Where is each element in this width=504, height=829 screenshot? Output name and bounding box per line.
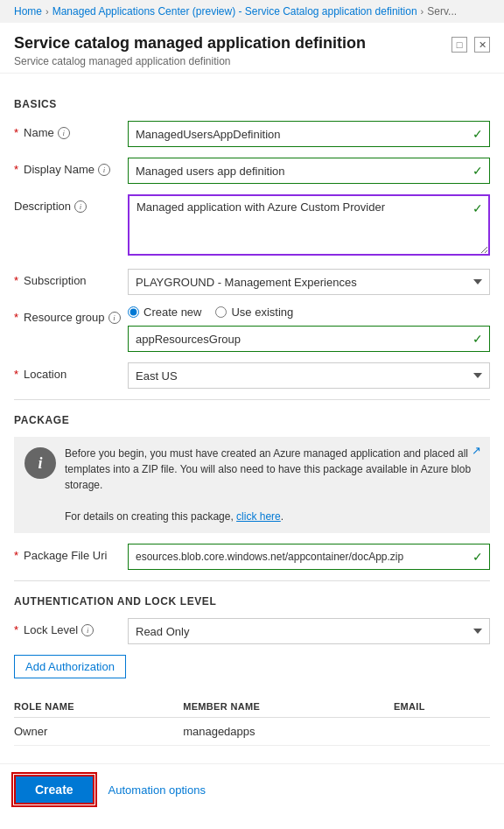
info-box-text: Before you begin, you must have created … <box>65 446 480 524</box>
subscription-select[interactable]: PLAYGROUND - Management Experiences <box>128 269 490 295</box>
automation-options-link[interactable]: Automation options <box>108 783 206 797</box>
lock-level-label-text: Lock Level <box>24 623 78 636</box>
resource-group-label: * Resource group i <box>14 306 128 324</box>
subscription-label-text: Subscription <box>24 274 87 287</box>
display-name-info-icon[interactable]: i <box>98 164 110 176</box>
resource-group-field: Create new Use existing ✓ <box>128 306 490 352</box>
name-input[interactable] <box>128 121 490 147</box>
col-member-name: MEMBER NAME <box>183 696 394 718</box>
description-info-icon[interactable]: i <box>74 200 87 213</box>
auth-table-head: ROLE NAME MEMBER NAME EMAIL <box>14 696 490 718</box>
rg-use-existing-label: Use existing <box>231 306 293 319</box>
minimize-button[interactable]: □ <box>452 37 467 53</box>
breadcrumb-home[interactable]: Home <box>14 5 42 18</box>
create-button[interactable]: Create <box>14 775 94 804</box>
main-content: BASICS * Name i ✓ * Display Name i ✓ <box>0 74 504 756</box>
uri-input-wrapper: ✓ <box>128 544 490 570</box>
description-check-icon: ✓ <box>472 201 483 215</box>
uri-check-icon: ✓ <box>472 550 483 564</box>
window-header: Service catalog managed application defi… <box>0 23 504 74</box>
description-label: Description i <box>14 194 128 213</box>
auth-section-header: AUTHENTICATION AND LOCK LEVEL <box>14 595 490 608</box>
name-row: * Name i ✓ <box>14 121 490 147</box>
subscription-label: * Subscription <box>14 269 128 287</box>
info-box-link-text: For details on creating this package, <box>65 510 236 523</box>
rg-input-wrapper: ✓ <box>128 326 490 352</box>
display-name-required: * <box>14 163 18 176</box>
package-divider <box>14 580 490 581</box>
package-uri-row: * Package File Uri ✓ <box>14 544 490 570</box>
breadcrumb: Home › Managed Applications Center (prev… <box>0 0 504 23</box>
breadcrumb-current: Serv... <box>427 5 457 18</box>
external-link-icon[interactable]: ↗ <box>472 444 481 457</box>
name-label: * Name i <box>14 121 128 139</box>
description-label-text: Description <box>14 200 71 213</box>
rg-required: * <box>14 311 18 324</box>
auth-table-body: Owner managedapps <box>14 718 490 746</box>
package-uri-input[interactable] <box>128 544 490 570</box>
lock-level-select[interactable]: Read Only <box>128 618 490 644</box>
table-row: Owner managedapps <box>14 718 490 746</box>
location-select[interactable]: East US <box>128 362 490 389</box>
name-label-text: Name <box>24 126 54 139</box>
location-label-text: Location <box>24 368 66 381</box>
display-name-label-text: Display Name <box>24 163 94 176</box>
lock-required: * <box>14 623 18 636</box>
description-row: Description i Managed application with A… <box>14 194 490 258</box>
rg-check-icon: ✓ <box>472 332 483 346</box>
rg-info-icon[interactable]: i <box>108 312 121 324</box>
subscription-required: * <box>14 274 18 287</box>
display-name-input[interactable] <box>128 158 490 184</box>
rg-use-existing-option[interactable]: Use existing <box>215 306 293 319</box>
description-input[interactable]: Managed application with Azure Custom Pr… <box>128 194 490 256</box>
auth-table-header-row: ROLE NAME MEMBER NAME EMAIL <box>14 696 490 718</box>
lock-level-info-icon[interactable]: i <box>81 624 94 636</box>
row-role-name: Owner <box>14 718 183 746</box>
resource-group-label-text: Resource group <box>24 311 105 324</box>
package-uri-label-text: Package File Uri <box>24 549 107 562</box>
lock-level-field: Read Only <box>128 618 490 644</box>
description-field: Managed application with Azure Custom Pr… <box>128 194 490 258</box>
col-email: EMAIL <box>394 696 490 718</box>
resource-group-input[interactable] <box>128 326 490 352</box>
location-field: East US <box>128 362 490 389</box>
page-subtitle: Service catalog managed application defi… <box>14 55 366 67</box>
add-authorization-button[interactable]: Add Authorization <box>14 655 126 678</box>
basics-section-header: BASICS <box>14 98 490 110</box>
rg-create-new-label: Create new <box>144 306 201 319</box>
location-label: * Location <box>14 362 128 381</box>
display-name-check-icon: ✓ <box>472 164 483 178</box>
rg-use-existing-radio[interactable] <box>215 306 227 318</box>
location-row: * Location East US <box>14 362 490 389</box>
info-box-icon: i <box>24 447 56 479</box>
window-title-block: Service catalog managed application defi… <box>14 33 366 67</box>
display-name-field: ✓ <box>128 158 490 184</box>
row-member-name: managedapps <box>183 718 394 746</box>
lock-level-label: * Lock Level i <box>14 618 128 636</box>
row-email <box>394 718 490 746</box>
name-required: * <box>14 126 18 139</box>
location-required: * <box>14 368 18 381</box>
display-name-row: * Display Name i ✓ <box>14 158 490 184</box>
subscription-row: * Subscription PLAYGROUND - Management E… <box>14 269 490 295</box>
breadcrumb-sep-2: › <box>421 6 424 17</box>
display-name-input-wrapper: ✓ <box>128 158 490 184</box>
subscription-field: PLAYGROUND - Management Experiences <box>128 269 490 295</box>
basics-divider <box>14 399 490 400</box>
window-controls: □ ✕ <box>452 37 490 53</box>
lock-level-row: * Lock Level i Read Only <box>14 618 490 644</box>
rg-create-new-option[interactable]: Create new <box>128 306 201 319</box>
rg-create-new-radio[interactable] <box>128 306 139 318</box>
package-details-link[interactable]: click here <box>236 510 281 523</box>
breadcrumb-managed-apps[interactable]: Managed Applications Center (preview) - … <box>52 5 417 18</box>
name-info-icon[interactable]: i <box>58 127 70 139</box>
bottom-bar: Create Automation options <box>0 763 504 815</box>
package-section-header: PACKAGE <box>14 414 490 426</box>
page-title: Service catalog managed application defi… <box>14 33 366 53</box>
auth-table: ROLE NAME MEMBER NAME EMAIL Owner manage… <box>14 696 490 746</box>
rg-radio-row: Create new Use existing <box>128 306 490 319</box>
uri-required: * <box>14 549 18 562</box>
close-button[interactable]: ✕ <box>474 37 490 53</box>
col-role-name: ROLE NAME <box>14 696 183 718</box>
resource-group-row: * Resource group i Create new Use existi… <box>14 306 490 352</box>
